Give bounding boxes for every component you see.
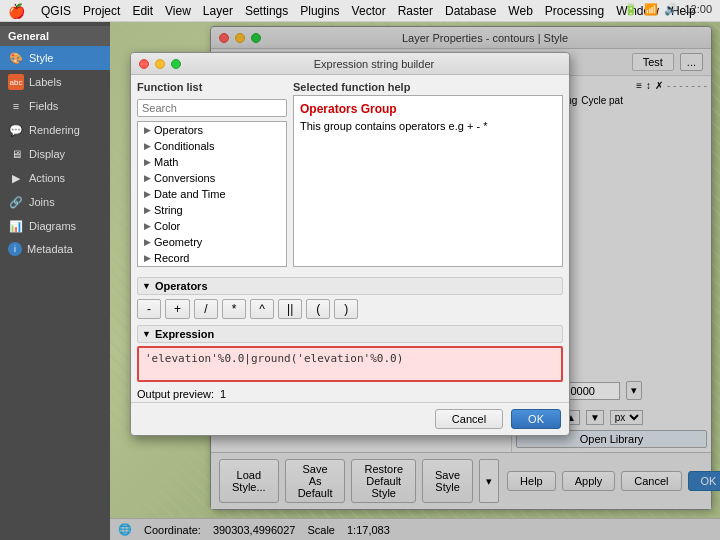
op-minus[interactable]: - (137, 299, 161, 319)
sidebar-style-label: Style (29, 52, 53, 64)
function-search-input[interactable] (137, 99, 287, 117)
tree-record[interactable]: ▶ Record (138, 250, 286, 266)
sidebar-actions-label: Actions (29, 172, 65, 184)
help-group-title: Operators Group (300, 102, 556, 116)
operators-arrow: ▼ (142, 281, 151, 291)
menu-view[interactable]: View (165, 4, 191, 18)
tree-arrow-conversions: ▶ (144, 173, 151, 183)
tree-label-datetime: Date and Time (154, 188, 226, 200)
menu-plugins[interactable]: Plugins (300, 4, 339, 18)
expression-dialog-overlay: Expression string builder Function list … (110, 22, 720, 540)
metadata-icon: i (8, 242, 22, 256)
output-preview-value: 1 (220, 388, 226, 400)
menu-database[interactable]: Database (445, 4, 496, 18)
expr-dialog-title: Expression string builder (187, 58, 561, 70)
expr-minimize-button[interactable] (155, 59, 165, 69)
tree-geometry[interactable]: ▶ Geometry (138, 234, 286, 250)
op-multiply[interactable]: * (222, 299, 246, 319)
expr-dialog-buttons: Cancel OK (131, 402, 569, 435)
op-divide[interactable]: / (194, 299, 218, 319)
tree-label-geometry: Geometry (154, 236, 202, 248)
menu-bar: 🍎 QGIS Project Edit View Layer Settings … (0, 0, 720, 22)
function-help-header: Selected function help (293, 81, 563, 93)
qgis-sidebar: General 🎨 Style abc Labels ≡ Fields 💬 Re… (0, 22, 110, 540)
style-icon: 🎨 (8, 50, 24, 66)
operators-section-header[interactable]: ▼ Operators (137, 277, 563, 295)
tree-conversions[interactable]: ▶ Conversions (138, 170, 286, 186)
sidebar-display-label: Display (29, 148, 65, 160)
expr-arrow: ▼ (142, 329, 151, 339)
sidebar-joins-label: Joins (29, 196, 55, 208)
menu-project[interactable]: Project (83, 4, 120, 18)
expression-label: Expression (155, 328, 214, 340)
output-preview-row: Output preview: 1 (137, 388, 563, 400)
expr-ok-button[interactable]: OK (511, 409, 561, 429)
function-help-panel: Selected function help Operators Group T… (293, 81, 563, 267)
sidebar-item-style[interactable]: 🎨 Style (0, 46, 110, 70)
expression-header: ▼ Expression (137, 325, 563, 343)
expression-section: ▼ Expression 'elevation'%0.0|ground('ele… (137, 325, 563, 382)
app-container: General 🎨 Style abc Labels ≡ Fields 💬 Re… (0, 22, 720, 540)
tree-conditionals[interactable]: ▶ Conditionals (138, 138, 286, 154)
joins-icon: 🔗 (8, 194, 24, 210)
sidebar-item-joins[interactable]: 🔗 Joins (0, 190, 110, 214)
op-close-paren[interactable]: ) (334, 299, 358, 319)
fields-icon: ≡ (8, 98, 24, 114)
tree-string[interactable]: ▶ String (138, 202, 286, 218)
actions-icon: ▶ (8, 170, 24, 186)
function-tree: ▶ Operators ▶ Conditionals ▶ Math (137, 121, 287, 267)
expr-cancel-button[interactable]: Cancel (435, 409, 503, 429)
sidebar-rendering-label: Rendering (29, 124, 80, 136)
sidebar-item-fields[interactable]: ≡ Fields (0, 94, 110, 118)
operators-buttons: - + / * ^ || ( ) (137, 299, 563, 319)
tree-arrow-conditionals: ▶ (144, 141, 151, 151)
sidebar-general-header: General (0, 26, 110, 46)
operators-section: ▼ Operators - + / * ^ || ( ) (137, 277, 563, 319)
sidebar-item-metadata[interactable]: i Metadata (0, 238, 110, 260)
apple-menu[interactable]: 🍎 (8, 3, 25, 19)
sidebar-item-display[interactable]: 🖥 Display (0, 142, 110, 166)
op-open-paren[interactable]: ( (306, 299, 330, 319)
sidebar-item-rendering[interactable]: 💬 Rendering (0, 118, 110, 142)
tree-label-string: String (154, 204, 183, 216)
menu-layer[interactable]: Layer (203, 4, 233, 18)
op-caret[interactable]: ^ (250, 299, 274, 319)
expr-titlebar: Expression string builder (131, 53, 569, 75)
function-list-panel: Function list ▶ Operators ▶ Conditionals (137, 81, 287, 267)
help-text: This group contains operators e.g + - * (300, 120, 556, 132)
expr-close-button[interactable] (139, 59, 149, 69)
tree-label-conditionals: Conditionals (154, 140, 215, 152)
rendering-icon: 💬 (8, 122, 24, 138)
tree-operators[interactable]: ▶ Operators (138, 122, 286, 138)
expression-input[interactable]: 'elevation'%0.0|ground('elevation'%0.0) (137, 346, 563, 382)
tree-arrow-math: ▶ (144, 157, 151, 167)
sidebar-item-diagrams[interactable]: 📊 Diagrams (0, 214, 110, 238)
sidebar-item-actions[interactable]: ▶ Actions (0, 166, 110, 190)
menu-qgis[interactable]: QGIS (41, 4, 71, 18)
menu-vector[interactable]: Vector (352, 4, 386, 18)
sidebar-fields-label: Fields (29, 100, 58, 112)
display-icon: 🖥 (8, 146, 24, 162)
tree-color[interactable]: ▶ Color (138, 218, 286, 234)
tree-arrow-string: ▶ (144, 205, 151, 215)
sidebar-metadata-label: Metadata (27, 243, 73, 255)
menu-edit[interactable]: Edit (132, 4, 153, 18)
op-concat[interactable]: || (278, 299, 302, 319)
tree-math[interactable]: ▶ Math (138, 154, 286, 170)
system-tray: 🔋📶🔊12:00 (624, 3, 712, 16)
tree-arrow-record: ▶ (144, 253, 151, 263)
tree-label-math: Math (154, 156, 178, 168)
menu-settings[interactable]: Settings (245, 4, 288, 18)
sidebar-labels-label: Labels (29, 76, 61, 88)
menu-web[interactable]: Web (508, 4, 532, 18)
tree-datetime[interactable]: ▶ Date and Time (138, 186, 286, 202)
op-plus[interactable]: + (165, 299, 190, 319)
tree-label-color: Color (154, 220, 180, 232)
menu-raster[interactable]: Raster (398, 4, 433, 18)
output-preview-label: Output preview: (137, 388, 214, 400)
menu-processing[interactable]: Processing (545, 4, 604, 18)
expr-maximize-button[interactable] (171, 59, 181, 69)
expression-text: 'elevation'%0.0|ground('elevation'%0.0) (145, 352, 403, 365)
sidebar-item-labels[interactable]: abc Labels (0, 70, 110, 94)
tree-arrow-geometry: ▶ (144, 237, 151, 247)
